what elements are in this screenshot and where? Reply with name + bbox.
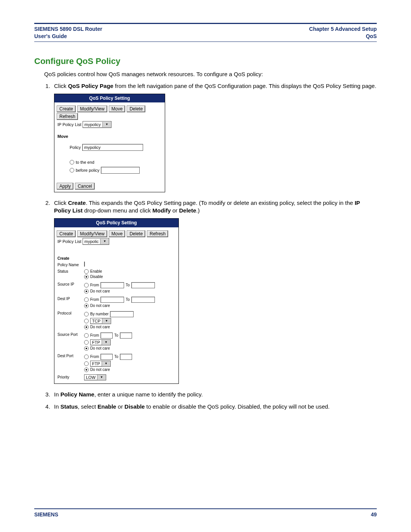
s4b2: Enable [97, 403, 116, 410]
move-button[interactable]: Move [109, 105, 125, 112]
srcip-dnc-radio[interactable] [84, 289, 89, 294]
destport-ftp-radio[interactable] [84, 361, 89, 366]
proto-select[interactable]: TCP▼ [90, 318, 111, 324]
step-2: Click Create. This expands the QoS Polic… [52, 199, 377, 384]
s2t1: Click [54, 200, 68, 206]
srcport-dnc-radio[interactable] [84, 346, 89, 351]
status-disable-label: Disable [90, 275, 103, 279]
policy-name-input[interactable] [84, 262, 85, 267]
before-policy-input[interactable] [101, 167, 140, 174]
s3b1: Policy Name [61, 391, 94, 398]
cancel-button[interactable]: Cancel [75, 183, 94, 190]
srcport-ftp-radio[interactable] [84, 340, 89, 345]
protocol-label: Protocol [57, 310, 84, 315]
ip-policy-list-select[interactable]: mypolicy▼ [83, 121, 112, 128]
srcport-to-input[interactable] [120, 332, 132, 339]
by-number-label: By number [90, 312, 108, 316]
refresh-button[interactable]: Refresh [147, 230, 168, 237]
srcport-select[interactable]: FTP▼ [90, 339, 111, 345]
ip-policy-selected: mypolicy [83, 122, 102, 127]
priority-selected: LOW [84, 375, 97, 380]
destport-dnc-radio[interactable] [84, 367, 89, 372]
delete-button[interactable]: Delete [127, 230, 145, 237]
modify-view-button[interactable]: Modify/View [77, 230, 107, 237]
proto-dnc-radio[interactable] [84, 325, 89, 329]
step-1: Click QoS Policy Page from the left navi… [52, 82, 377, 192]
to-the-end-radio[interactable] [70, 160, 74, 165]
to-label: To [114, 333, 118, 337]
footer-rule [34, 508, 377, 509]
srcport-from-radio[interactable] [84, 333, 89, 338]
status-enable-radio[interactable] [84, 269, 89, 274]
chevron-down-icon: ▼ [100, 239, 109, 244]
destport-selected: FTP [91, 361, 102, 366]
header-right: Chapter 5 Advanced Setup QoS [309, 26, 377, 40]
srcip-from-radio[interactable] [84, 283, 89, 288]
s2t2: . This expands the QoS Policy Setting pa… [86, 200, 355, 206]
source-port-label: Source Port [57, 332, 84, 337]
proto-tcp-radio[interactable] [84, 319, 89, 323]
before-policy-label: before policy [76, 168, 99, 173]
s2b4: Delete [179, 207, 196, 214]
priority-select[interactable]: LOW▼ [84, 374, 106, 380]
destip-to-input[interactable] [131, 297, 155, 303]
header-left: SIEMENS 5890 DSL Router User's Guide [34, 26, 102, 40]
chapter-label: Chapter 5 Advanced Setup [309, 26, 377, 32]
s4t2: , select [78, 403, 98, 410]
from-label: From [90, 355, 99, 359]
priority-label: Priority [57, 374, 84, 379]
create-section-label: Create [57, 256, 84, 260]
policy-input-value: mypolicy [84, 145, 100, 150]
destip-dnc-radio[interactable] [84, 304, 89, 308]
policy-input[interactable]: mypolicy [82, 144, 143, 151]
dnc-label: Do not care [90, 325, 110, 329]
srcip-to-input[interactable] [131, 282, 155, 288]
step1-post: from the left navigation pane of the QoS… [113, 83, 376, 89]
chevron-down-icon: ▼ [102, 340, 110, 345]
destip-from-radio[interactable] [84, 297, 89, 302]
move-button[interactable]: Move [109, 230, 125, 237]
srcport-from-input[interactable] [100, 332, 113, 339]
s3t2: , enter a unique name to identify the po… [94, 391, 203, 398]
status-enable-label: Enable [90, 269, 102, 273]
status-label: Status [57, 268, 84, 273]
create-button[interactable]: Create [57, 230, 76, 237]
s4t4: to enable or disable the QoS policy. Dis… [145, 403, 330, 410]
s4b1: Status [61, 403, 78, 410]
dnc-label: Do not care [90, 304, 110, 308]
move-section-label: Move [54, 131, 165, 140]
qos-move-panel: QoS Policy Setting Create Modify/View Mo… [54, 94, 165, 192]
status-disable-radio[interactable] [84, 275, 89, 279]
section-heading: Configure QoS Policy [34, 56, 377, 67]
proto-bynumber-radio[interactable] [84, 312, 89, 316]
ip-policy-list-select[interactable]: mypolic▼ [83, 238, 109, 245]
srcip-from-input[interactable] [100, 282, 124, 288]
s4t1: In [54, 403, 61, 410]
modify-view-button[interactable]: Modify/View [77, 105, 107, 112]
apply-button[interactable]: Apply [57, 183, 73, 190]
chevron-down-icon: ▼ [102, 361, 110, 366]
delete-button[interactable]: Delete [127, 105, 145, 112]
create-button[interactable]: Create [57, 105, 76, 112]
refresh-button[interactable]: Refresh [57, 113, 78, 120]
step-3: In Policy Name, enter a unique name to i… [52, 391, 377, 398]
srcport-selected: FTP [91, 340, 102, 345]
s2t4: or [171, 207, 179, 214]
destport-select[interactable]: FTP▼ [90, 361, 111, 367]
before-policy-radio[interactable] [70, 168, 74, 173]
destport-from-input[interactable] [100, 354, 113, 360]
from-label: From [90, 333, 99, 337]
destport-from-radio[interactable] [84, 355, 89, 359]
from-label: From [90, 283, 99, 287]
ip-policy-list-label: IP Policy List [57, 239, 81, 244]
chevron-down-icon: ▼ [102, 122, 111, 127]
chevron-down-icon: ▼ [102, 318, 111, 324]
destport-to-input[interactable] [120, 354, 132, 360]
s2b3: Modify [152, 207, 170, 214]
proto-bynumber-input[interactable] [110, 311, 134, 317]
destip-from-input[interactable] [100, 297, 124, 303]
step-4: In Status, select Enable or Disable to e… [52, 403, 377, 411]
panel2-title: QoS Policy Setting [54, 219, 178, 227]
qos-create-panel: QoS Policy Setting Create Modify/View Mo… [54, 218, 179, 383]
chevron-down-icon: ▼ [97, 375, 106, 380]
